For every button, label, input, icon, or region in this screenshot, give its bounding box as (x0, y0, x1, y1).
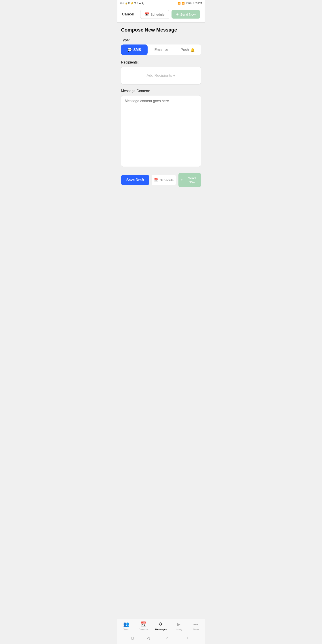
bottom-nav: 👥 Team 📅 Calendar ✈ Messages ▶ Library •… (118, 619, 204, 632)
home-button[interactable]: ○ (162, 634, 172, 642)
more-icon: ••• (193, 622, 198, 627)
main-content: Compose New Message Type: 💬 SMS Email ✉ … (118, 22, 204, 619)
time-display: 2:09 PM (193, 2, 202, 4)
message-textarea[interactable] (121, 95, 201, 167)
square-small-icon: ▢ (131, 636, 134, 640)
back-button[interactable]: ◁ (143, 634, 154, 642)
send-now-button-top[interactable]: ⊕ Send Now (172, 10, 200, 18)
battery-text: 100% (186, 2, 192, 4)
schedule-button-top[interactable]: 📅 Schedule (140, 10, 169, 19)
add-recipients-placeholder: Add Recipients + (147, 73, 176, 78)
nav-more[interactable]: ••• More (187, 622, 204, 631)
send-icon-bottom: ⊕ (181, 178, 184, 182)
recent-apps-button[interactable]: □ (181, 634, 191, 642)
team-icon: 👥 (123, 622, 129, 627)
nav-calendar[interactable]: 📅 Calendar (135, 622, 152, 631)
calendar-icon-top: 📅 (145, 12, 149, 16)
type-email-button[interactable]: Email ✉ (148, 44, 174, 55)
nav-calendar-label: Calendar (139, 628, 149, 631)
nav-library[interactable]: ▶ Library (170, 622, 187, 631)
status-bar-info: 📶 📶 100% 2:09 PM (178, 2, 202, 5)
type-selector: 💬 SMS Email ✉ Push 🔔 (121, 44, 201, 55)
type-sms-button[interactable]: 💬 SMS (121, 44, 148, 55)
type-label: Type: (121, 38, 201, 42)
type-section: Type: 💬 SMS Email ✉ Push 🔔 (121, 38, 201, 55)
messages-icon: ✈ (159, 622, 163, 627)
header-actions: 📅 Schedule ⊕ Send Now (140, 10, 200, 19)
nav-team-label: Team (123, 628, 129, 631)
cancel-button[interactable]: Cancel (122, 12, 134, 16)
send-now-button-bottom[interactable]: ⊕ Send Now (178, 173, 201, 187)
android-nav-bar: ▢ ◁ ○ □ (118, 632, 204, 644)
message-section: Message Content: (121, 89, 201, 168)
type-push-button[interactable]: Push 🔔 (174, 44, 201, 55)
signal-icon: 📶 (178, 2, 181, 5)
push-icon: 🔔 (190, 48, 195, 52)
nav-library-label: Library (175, 628, 182, 631)
save-draft-button[interactable]: Save Draft (121, 175, 149, 185)
schedule-button-bottom[interactable]: 📅 Schedule (152, 175, 176, 185)
nav-team[interactable]: 👥 Team (118, 622, 135, 631)
email-icon: ✉ (165, 48, 168, 52)
page-title: Compose New Message (121, 27, 201, 33)
nav-messages[interactable]: ✈ Messages (152, 622, 170, 631)
top-header: Cancel 📅 Schedule ⊕ Send Now (118, 6, 204, 22)
sms-icon: 💬 (128, 48, 132, 52)
wifi-icon: 📶 (182, 2, 185, 5)
status-bar: ⊞ ✉ 🔒 M 🔑 M ⚠ ▶ 📞 📶 📶 100% 2:09 PM (118, 0, 204, 6)
recipients-section: Recipients: Add Recipients + (121, 60, 201, 84)
recipients-label: Recipients: (121, 60, 201, 64)
send-icon-top: ⊕ (176, 12, 179, 16)
notification-icons: ⊞ ✉ 🔒 M 🔑 M ⚠ ▶ 📞 (120, 2, 144, 4)
message-content-label: Message Content: (121, 89, 201, 93)
calendar-icon-bottom: 📅 (154, 178, 158, 182)
calendar-nav-icon: 📅 (141, 622, 147, 627)
recipients-box[interactable]: Add Recipients + (121, 67, 201, 84)
nav-messages-label: Messages (155, 628, 167, 631)
status-bar-icons: ⊞ ✉ 🔒 M 🔑 M ⚠ ▶ 📞 (120, 2, 144, 4)
nav-more-label: More (193, 628, 198, 631)
bottom-actions: Save Draft 📅 Schedule ⊕ Send Now (121, 173, 201, 187)
library-icon: ▶ (177, 622, 180, 627)
